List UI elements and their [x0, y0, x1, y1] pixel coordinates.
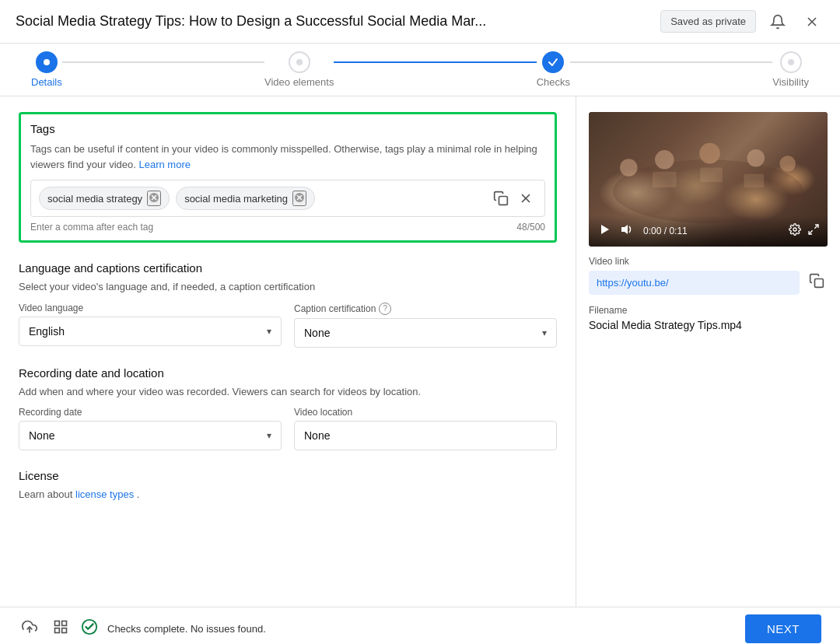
close-button[interactable]	[800, 9, 824, 34]
step-video-elements[interactable]: Video elements	[264, 51, 334, 88]
copy-video-link-button[interactable]	[806, 270, 828, 296]
lang-captions-section: Language and captions certification Sele…	[19, 261, 557, 348]
license-period: .	[137, 488, 140, 500]
recording-section-desc: Add when and where your video was record…	[19, 384, 557, 400]
svg-marker-21	[601, 225, 609, 234]
video-link-label: Video link	[589, 256, 828, 267]
tags-title: Tags	[30, 122, 545, 135]
svg-rect-14	[700, 168, 723, 182]
video-location-label: Video location	[294, 407, 352, 418]
tags-learn-more-link[interactable]: Learn more	[138, 159, 190, 170]
tag-remove-button-2[interactable]	[292, 191, 306, 206]
filename-label: Filename	[589, 305, 828, 316]
video-location-input[interactable]: None	[294, 421, 557, 450]
recording-section-title: Recording date and location	[19, 366, 557, 380]
video-link-box[interactable]: https://youtu.be/	[589, 271, 800, 295]
copy-tags-button[interactable]	[490, 187, 512, 209]
svg-rect-9	[499, 197, 508, 205]
caption-cert-chevron-icon: ▾	[542, 327, 547, 338]
recording-selects-row: Recording date None ▾ Video location Non…	[19, 407, 557, 450]
upload-icon	[22, 619, 37, 635]
tags-footer: Enter a comma after each tag 48/500	[30, 222, 545, 233]
license-section: License Learn about license types .	[19, 469, 557, 502]
header: Social Media Strategy Tips: How to Desig…	[0, 0, 840, 44]
notification-button[interactable]	[765, 9, 790, 34]
volume-button[interactable]	[618, 222, 634, 240]
step-checks[interactable]: Checks	[537, 51, 570, 88]
svg-rect-26	[815, 278, 824, 287]
tags-description: Tags can be useful if content in your vi…	[30, 142, 545, 172]
bottom-left: Checks complete. No issues found.	[19, 616, 266, 642]
recording-date-label-row: Recording date	[19, 407, 282, 418]
svg-rect-13	[653, 172, 677, 187]
svg-line-25	[809, 231, 813, 235]
recording-date-select[interactable]: None ▾	[19, 421, 282, 450]
svg-line-24	[814, 225, 818, 229]
step-dot-video-elements	[289, 51, 310, 73]
grid-button[interactable]	[50, 616, 72, 642]
svg-point-16	[655, 150, 674, 170]
step-active-icon	[42, 58, 51, 67]
fullscreen-icon	[807, 223, 820, 236]
fullscreen-button[interactable]	[807, 223, 820, 238]
status-text: Checks complete. No issues found.	[107, 623, 266, 635]
caption-cert-help-icon[interactable]: ?	[379, 303, 391, 315]
saved-badge: Saved as private	[660, 10, 756, 33]
caption-cert-select[interactable]: None ▾	[294, 318, 557, 348]
steps-bar: Details Video elements Checks	[0, 44, 840, 96]
tags-input-area[interactable]: social media strategy soci	[30, 180, 545, 217]
license-types-link[interactable]: license types	[75, 488, 134, 500]
license-desc: Learn about license types .	[19, 487, 557, 502]
right-panel: 0:00 / 0:11	[576, 96, 840, 607]
play-button[interactable]	[597, 222, 612, 240]
tags-action-buttons	[490, 187, 537, 209]
tag-chip-social-media-marketing: social media marketing	[176, 187, 315, 210]
filename-value: Social Media Strategy Tips.mp4	[589, 319, 828, 331]
bottom-bar: Checks complete. No issues found. NEXT	[0, 607, 840, 644]
video-language-select[interactable]: English ▾	[19, 317, 282, 346]
video-language-label-row: Video language	[19, 303, 282, 313]
tags-char-count: 48/500	[516, 222, 545, 233]
connector-2	[334, 61, 536, 63]
play-icon	[598, 223, 611, 236]
header-actions: Saved as private	[660, 9, 824, 34]
step-visibility[interactable]: Visibility	[772, 51, 809, 88]
video-link-row: https://youtu.be/	[589, 270, 828, 296]
video-location-group: Video location None	[294, 407, 557, 450]
step-dot-details	[36, 51, 58, 73]
grid-icon	[53, 619, 68, 635]
next-button[interactable]: NEXT	[745, 614, 821, 643]
tag-remove-button[interactable]	[147, 191, 161, 206]
license-learn-about: Learn about	[19, 488, 72, 500]
page-title: Social Media Strategy Tips: How to Desig…	[16, 13, 622, 30]
volume-icon	[620, 223, 632, 236]
main-content: Tags Tags can be useful if content in yo…	[0, 96, 840, 607]
svg-point-2	[44, 59, 50, 65]
upload-button[interactable]	[19, 616, 40, 642]
selects-row: Video language English ▾ Caption certifi…	[19, 303, 557, 348]
svg-point-17	[699, 143, 720, 164]
video-location-label-row: Video location	[294, 407, 557, 418]
caption-cert-group: Caption certification ? None ▾	[294, 303, 557, 348]
license-title: License	[19, 469, 557, 482]
video-settings-button[interactable]	[789, 223, 801, 238]
caption-cert-label-row: Caption certification ?	[294, 303, 557, 315]
video-language-chevron-icon: ▾	[267, 326, 271, 337]
svg-rect-29	[62, 621, 67, 626]
chip-close-icon-2	[294, 192, 305, 203]
svg-rect-28	[55, 621, 60, 626]
step-label-visibility: Visibility	[772, 76, 809, 88]
left-panel: Tags Tags can be useful if content in yo…	[0, 96, 576, 607]
status-check-icon	[81, 618, 98, 639]
check-circle-icon	[81, 618, 98, 635]
clear-tags-button[interactable]	[515, 187, 537, 209]
step-details[interactable]: Details	[31, 51, 62, 88]
video-link-section: Video link https://youtu.be/	[589, 256, 828, 296]
tag-text: social media strategy	[47, 193, 142, 205]
svg-rect-30	[62, 628, 67, 633]
recording-date-chevron-icon: ▾	[267, 430, 271, 441]
connector-1	[62, 61, 264, 63]
video-time-total: 0:11	[669, 226, 687, 236]
caption-cert-label: Caption certification	[294, 303, 376, 314]
video-language-label: Video language	[19, 303, 83, 313]
